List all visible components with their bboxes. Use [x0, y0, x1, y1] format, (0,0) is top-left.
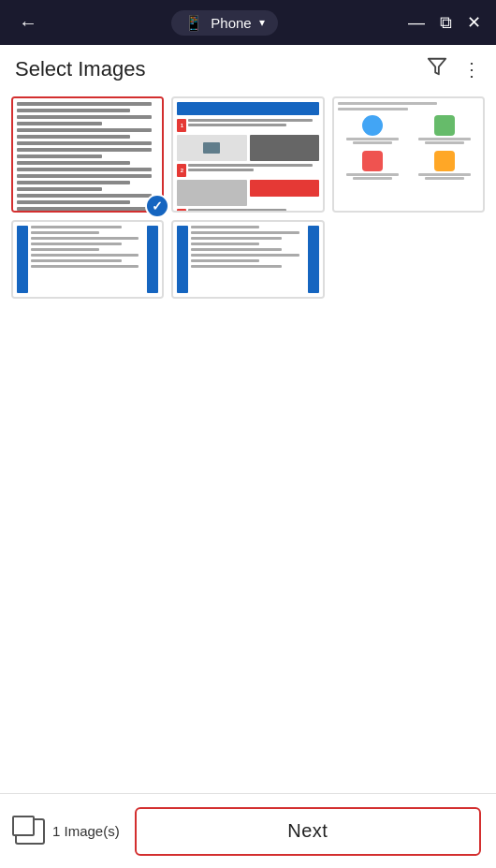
more-options-icon[interactable]: ⋮	[462, 58, 481, 81]
back-button[interactable]: ←	[11, 8, 45, 37]
bottom-bar: 1 Image(s) Next	[0, 793, 496, 868]
next-button[interactable]: Next	[135, 807, 481, 856]
restore-button[interactable]: ⧉	[436, 9, 456, 37]
image-thumb-1	[13, 98, 162, 211]
filter-icon[interactable]	[427, 56, 447, 81]
header-actions: ⋮	[427, 56, 481, 81]
image-count-label: 1 Image(s)	[52, 823, 120, 839]
image-card-4[interactable]	[11, 220, 164, 299]
image-count-area: 1 Image(s)	[15, 818, 120, 845]
window-controls: — ⧉ ✕	[404, 8, 485, 37]
image-card-1[interactable]: ✓	[11, 96, 164, 213]
image-card-5[interactable]	[171, 220, 324, 299]
selected-checkmark-1: ✓	[145, 194, 169, 218]
image-card-3[interactable]	[332, 96, 485, 213]
device-title: Phone	[211, 15, 251, 31]
image-thumb-3	[334, 98, 483, 211]
top-bar: ← 📱 Phone ▾ — ⧉ ✕	[0, 0, 496, 45]
device-selector[interactable]: 📱 Phone ▾	[171, 10, 277, 36]
check-icon: ✓	[152, 199, 163, 213]
image-thumb-4	[13, 222, 162, 297]
page-title: Select Images	[15, 57, 145, 81]
image-card-2[interactable]: 1 2	[171, 96, 324, 213]
close-button[interactable]: ✕	[463, 8, 485, 37]
minimize-button[interactable]: —	[404, 9, 429, 37]
chevron-down-icon: ▾	[259, 16, 265, 29]
image-count-icon	[15, 818, 45, 845]
svg-marker-0	[429, 59, 445, 75]
image-grid: ✓ 1 2	[0, 89, 496, 793]
page-header: Select Images ⋮	[0, 45, 496, 89]
image-thumb-2: 1 2	[173, 98, 322, 211]
phone-icon: 📱	[184, 14, 203, 32]
image-thumb-5	[173, 222, 322, 297]
